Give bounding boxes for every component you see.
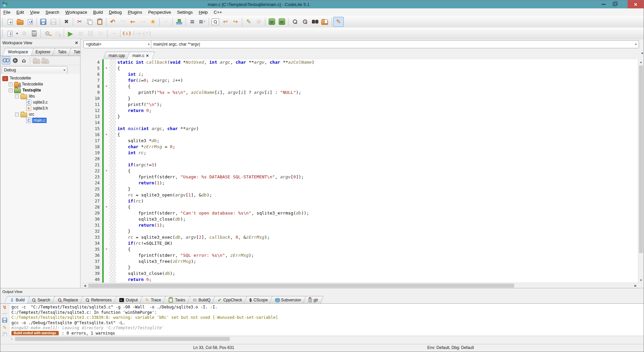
output-tab-build[interactable]: ⇩Build — [4, 296, 30, 303]
toggle-bookmark-button[interactable]: ★ — [148, 17, 158, 26]
find-button[interactable] — [290, 17, 300, 26]
qt-designer-button[interactable]: Qt — [267, 17, 277, 26]
paste-button[interactable] — [95, 17, 105, 26]
code-line-13[interactable]: 13} — [82, 114, 638, 120]
build-project-button[interactable]: ⇩ — [5, 29, 15, 38]
retag-workspace-button[interactable]: ✎ — [244, 17, 254, 26]
code-line-10[interactable]: 10 } — [82, 96, 638, 102]
code-line-7[interactable]: 7 for(i=0; i<argc; i++) — [82, 77, 638, 83]
code-line-35[interactable]: 35▼ { — [82, 246, 638, 252]
menu-plugins[interactable]: Plugins — [125, 8, 145, 16]
format-source-button[interactable]: ✔ — [161, 17, 171, 26]
code-line-5[interactable]: 5▼{ — [82, 65, 638, 71]
menu-edit[interactable]: Edit — [13, 8, 27, 16]
stop-build-button[interactable]: ⊘ — [19, 29, 29, 38]
navigate-forward-button[interactable]: → — [138, 17, 148, 26]
expand-icon[interactable]: + — [9, 82, 12, 86]
code-line-20[interactable]: 20 — [82, 156, 638, 162]
maximize-button[interactable] — [609, 0, 620, 8]
code-line-26[interactable]: 26 rc = sqlite3_open(argv[1], &db); — [82, 192, 638, 198]
tree-item-sqlite3-c[interactable]: Csqlite3.c — [0, 99, 80, 105]
output-tab-trace[interactable]: ✎Trace — [140, 296, 167, 303]
code-line-12[interactable]: 12 return 0; — [82, 108, 638, 114]
fold-marker-icon[interactable]: ▼ — [104, 246, 109, 252]
scroll-right-icon[interactable]: ▶ — [633, 283, 638, 288]
scroll-left-icon[interactable]: ‹ — [9, 336, 14, 342]
open-file-button[interactable] — [15, 17, 25, 26]
editor-horizontal-scrollbar[interactable]: ◀ ▶ — [82, 283, 638, 288]
previous-bookmark-button[interactable]: ↩ — [220, 17, 230, 26]
code-line-36[interactable]: 36 fprintf(stderr, "SQL error: %s\n", zE… — [82, 252, 638, 258]
menu-workspace[interactable]: Workspace — [62, 8, 90, 16]
build-log[interactable]: gcc -c "C:/Temptest/Testsqlite/sqlite3.c… — [9, 304, 644, 335]
code-line-11[interactable]: 11 printf("\n"); — [82, 102, 638, 108]
tree-item-testcodelite[interactable]: +Testcodelite — [0, 81, 80, 87]
navigate-back-button[interactable]: ← — [128, 17, 138, 26]
code-line-15[interactable]: 15int main(int argc, char **argv) — [82, 126, 638, 132]
output-tab-git[interactable]: git — [303, 296, 324, 303]
output-tab-tasks[interactable]: Tasks — [163, 296, 191, 303]
fold-marker-icon[interactable]: ▼ — [104, 204, 109, 210]
menu-perspective[interactable]: Perspective — [145, 8, 174, 16]
code-line-25[interactable]: 25 } — [82, 186, 638, 192]
function-dropdown[interactable]: main(int argc, char **argv) ▾ — [151, 40, 639, 48]
output-tab-buildq[interactable]: ✉BuildQ — [187, 296, 216, 303]
show-current-line-button[interactable]: → — [109, 29, 119, 38]
restart-debugger-button[interactable]: ↻ — [96, 29, 106, 38]
build-warning-line[interactable]: C:/Temptest/Testsqlite/sqlite3.c:33830:8… — [11, 315, 642, 320]
menu-debug[interactable]: Debug — [106, 8, 125, 16]
stop-execution-button[interactable]: ⚙⊘ — [52, 29, 62, 38]
workspace-close-icon[interactable]: ✕ — [75, 41, 78, 45]
menu-help[interactable]: Help — [196, 8, 211, 16]
code-line-21[interactable]: 21 if(argc!=3) — [82, 162, 638, 168]
scroll-down-icon[interactable]: ▼ — [638, 278, 644, 283]
save-all-button[interactable] — [48, 17, 58, 26]
code-line-33[interactable]: 33 rc = sqlite3_exec(db, argv[2], callba… — [82, 234, 638, 240]
output-tab-search[interactable]: Search — [26, 296, 56, 303]
output-tab-replace[interactable]: Replace — [52, 296, 84, 303]
output-tab-output[interactable]: >_Output — [114, 296, 144, 303]
tree-item-main-c[interactable]: Cmain.c — [0, 117, 80, 123]
output-tab-references[interactable]: References — [80, 296, 117, 303]
step-out-button[interactable]: {↑} — [142, 29, 152, 38]
code-line-40[interactable]: 40 return 0; — [82, 277, 638, 283]
code-line-28[interactable]: 28▼ { — [82, 204, 638, 210]
horizontal-scroll-thumb[interactable] — [88, 284, 514, 288]
scroll-up-icon[interactable]: ▲ — [638, 59, 644, 65]
minimize-button[interactable] — [598, 0, 608, 8]
code-line-29[interactable]: 29 fprintf(stderr, "Can't open database:… — [82, 210, 638, 216]
find-in-files-button[interactable] — [310, 17, 320, 26]
tree-item-sqlite3-h[interactable]: hsqlite3.h — [0, 105, 80, 111]
tree-item-src[interactable]: −src — [0, 111, 80, 117]
reload-file-button[interactable]: ↺ — [25, 17, 35, 26]
expand-all-button[interactable]: + — [11, 57, 19, 64]
code-line-18[interactable]: 18 char *zErrMsg = 0; — [82, 144, 638, 150]
output-horizontal-scrollbar[interactable]: ‹ — [0, 336, 644, 342]
scope-dropdown[interactable]: <global> ▾ — [84, 40, 152, 48]
cut-button[interactable]: ✂ — [74, 17, 85, 26]
horizontal-scroll-thumb[interactable] — [15, 337, 230, 341]
clear-build-log-button[interactable]: ✎ — [3, 325, 7, 330]
clean-project-button[interactable] — [29, 29, 39, 38]
menu-c[interactable]: C++ — [211, 8, 225, 16]
build-and-run-button[interactable]: ⚙→ — [42, 29, 52, 38]
fold-marker-icon[interactable]: ▼ — [104, 83, 109, 90]
output-tab-cscope[interactable]: §CScope — [244, 296, 273, 303]
collapse-icon[interactable]: − — [15, 95, 19, 98]
scroll-left-icon[interactable]: ◀ — [82, 283, 88, 288]
code-line-19[interactable]: 19 int rc; — [82, 150, 638, 156]
tree-item-libs[interactable]: −libs — [0, 93, 80, 99]
code-line-6[interactable]: 6 int i; — [82, 71, 638, 77]
tree-item-testsqlite[interactable]: −Testsqlite — [0, 87, 80, 93]
code-line-16[interactable]: 16▼{ — [82, 132, 638, 138]
link-editor-button[interactable] — [2, 56, 10, 64]
collapse-icon[interactable]: − — [15, 113, 19, 116]
tree-item-testcodelite[interactable]: ⌂Testcodelite — [0, 75, 80, 81]
code-line-4[interactable]: 4static int callback(void *NotUsed, int … — [82, 59, 638, 65]
project-settings-button[interactable]: ⚙ — [32, 57, 40, 64]
cancel-retag-button[interactable]: ⊘ — [254, 17, 264, 26]
step-over-button[interactable]: {→} — [132, 29, 142, 38]
code-line-32[interactable]: 32 } — [82, 228, 638, 234]
code-line-9[interactable]: 9 printf("%s = %s\n", azColName[i], argv… — [82, 90, 638, 96]
save-file-button[interactable] — [38, 17, 48, 26]
